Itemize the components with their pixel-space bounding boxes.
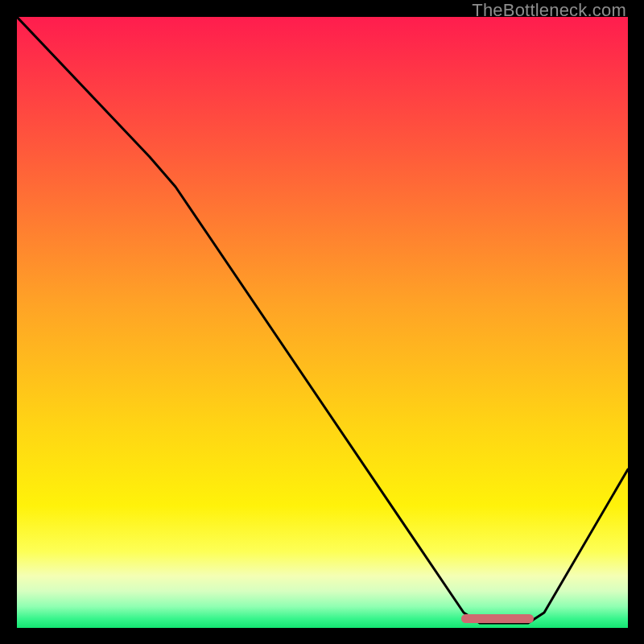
optimal-range-marker xyxy=(461,614,534,623)
plot-area xyxy=(17,17,628,628)
watermark-text: TheBottleneck.com xyxy=(472,0,626,21)
gradient-background xyxy=(17,17,628,628)
chart-canvas: TheBottleneck.com xyxy=(0,0,644,644)
plot-svg xyxy=(17,17,628,628)
